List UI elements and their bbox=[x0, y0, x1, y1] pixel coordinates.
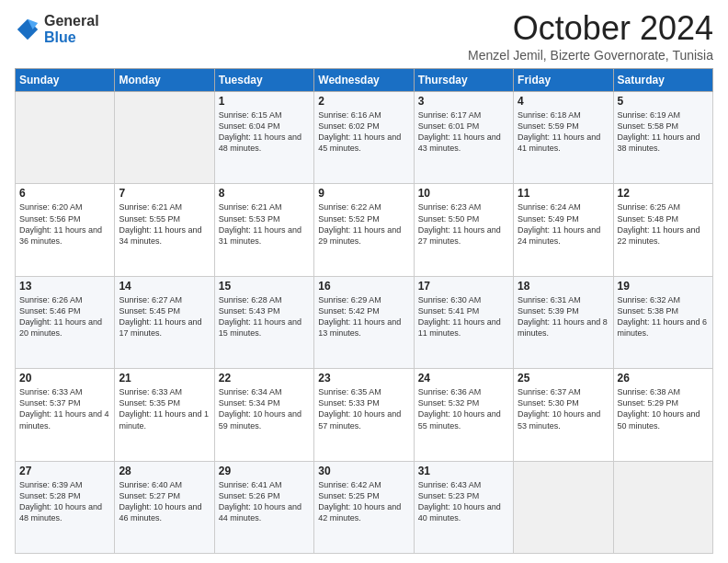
day-number: 24 bbox=[418, 372, 509, 385]
logo: General Blue bbox=[15, 13, 99, 45]
day-info: Sunrise: 6:15 AM Sunset: 6:04 PM Dayligh… bbox=[219, 109, 310, 155]
calendar-cell: 21Sunrise: 6:33 AM Sunset: 5:35 PM Dayli… bbox=[115, 369, 214, 461]
day-info: Sunrise: 6:29 AM Sunset: 5:42 PM Dayligh… bbox=[318, 294, 409, 339]
day-info: Sunrise: 6:32 AM Sunset: 5:38 PM Dayligh… bbox=[618, 294, 709, 339]
day-info: Sunrise: 6:21 AM Sunset: 5:55 PM Dayligh… bbox=[119, 201, 210, 247]
day-number: 23 bbox=[318, 372, 409, 385]
calendar-cell: 5Sunrise: 6:19 AM Sunset: 5:58 PM Daylig… bbox=[613, 92, 712, 184]
day-number: 12 bbox=[618, 187, 709, 200]
day-number: 16 bbox=[318, 280, 409, 293]
calendar-cell: 15Sunrise: 6:28 AM Sunset: 5:43 PM Dayli… bbox=[214, 276, 313, 368]
day-info: Sunrise: 6:42 AM Sunset: 5:25 PM Dayligh… bbox=[318, 479, 409, 524]
calendar-cell: 12Sunrise: 6:25 AM Sunset: 5:48 PM Dayli… bbox=[613, 184, 712, 276]
col-monday: Monday bbox=[115, 69, 214, 92]
calendar-cell: 26Sunrise: 6:38 AM Sunset: 5:29 PM Dayli… bbox=[613, 369, 712, 461]
month-title: October 2024 bbox=[468, 9, 713, 48]
day-info: Sunrise: 6:40 AM Sunset: 5:27 PM Dayligh… bbox=[119, 479, 210, 524]
day-info: Sunrise: 6:43 AM Sunset: 5:23 PM Dayligh… bbox=[418, 479, 509, 524]
day-number: 2 bbox=[318, 95, 409, 108]
calendar-cell: 3Sunrise: 6:17 AM Sunset: 6:01 PM Daylig… bbox=[414, 92, 513, 184]
day-info: Sunrise: 6:33 AM Sunset: 5:37 PM Dayligh… bbox=[19, 386, 110, 431]
week-row-4: 20Sunrise: 6:33 AM Sunset: 5:37 PM Dayli… bbox=[16, 369, 713, 461]
col-saturday: Saturday bbox=[613, 69, 712, 92]
title-section: October 2024 Menzel Jemil, Bizerte Gover… bbox=[468, 9, 713, 63]
calendar-cell: 29Sunrise: 6:41 AM Sunset: 5:26 PM Dayli… bbox=[214, 461, 313, 553]
week-row-2: 6Sunrise: 6:20 AM Sunset: 5:56 PM Daylig… bbox=[16, 184, 713, 276]
day-number: 7 bbox=[119, 187, 210, 200]
day-info: Sunrise: 6:17 AM Sunset: 6:01 PM Dayligh… bbox=[418, 109, 509, 155]
day-number: 13 bbox=[19, 280, 110, 293]
day-info: Sunrise: 6:21 AM Sunset: 5:53 PM Dayligh… bbox=[219, 201, 310, 247]
calendar-cell: 23Sunrise: 6:35 AM Sunset: 5:33 PM Dayli… bbox=[314, 369, 414, 461]
calendar-cell: 16Sunrise: 6:29 AM Sunset: 5:42 PM Dayli… bbox=[314, 276, 414, 368]
logo-icon bbox=[15, 17, 40, 42]
logo-blue-text: Blue bbox=[44, 29, 99, 46]
header-row: Sunday Monday Tuesday Wednesday Thursday… bbox=[16, 69, 713, 92]
day-number: 1 bbox=[219, 95, 310, 108]
calendar-cell: 22Sunrise: 6:34 AM Sunset: 5:34 PM Dayli… bbox=[214, 369, 313, 461]
day-info: Sunrise: 6:19 AM Sunset: 5:58 PM Dayligh… bbox=[618, 109, 709, 155]
calendar-cell: 27Sunrise: 6:39 AM Sunset: 5:28 PM Dayli… bbox=[16, 461, 115, 553]
calendar-cell bbox=[115, 92, 214, 184]
day-info: Sunrise: 6:34 AM Sunset: 5:34 PM Dayligh… bbox=[219, 386, 310, 431]
page-header: General Blue October 2024 Menzel Jemil, … bbox=[15, 9, 713, 63]
col-thursday: Thursday bbox=[414, 69, 513, 92]
day-info: Sunrise: 6:41 AM Sunset: 5:26 PM Dayligh… bbox=[219, 479, 310, 524]
col-friday: Friday bbox=[514, 69, 613, 92]
day-number: 18 bbox=[518, 280, 609, 293]
week-row-5: 27Sunrise: 6:39 AM Sunset: 5:28 PM Dayli… bbox=[16, 461, 713, 553]
logo-general-text: General bbox=[44, 13, 99, 29]
day-info: Sunrise: 6:26 AM Sunset: 5:46 PM Dayligh… bbox=[19, 294, 110, 339]
calendar-cell: 28Sunrise: 6:40 AM Sunset: 5:27 PM Dayli… bbox=[115, 461, 214, 553]
col-tuesday: Tuesday bbox=[214, 69, 313, 92]
day-info: Sunrise: 6:35 AM Sunset: 5:33 PM Dayligh… bbox=[318, 386, 409, 431]
day-info: Sunrise: 6:36 AM Sunset: 5:32 PM Dayligh… bbox=[418, 386, 509, 431]
day-number: 4 bbox=[518, 95, 609, 108]
calendar-cell: 19Sunrise: 6:32 AM Sunset: 5:38 PM Dayli… bbox=[613, 276, 712, 368]
calendar-cell: 18Sunrise: 6:31 AM Sunset: 5:39 PM Dayli… bbox=[514, 276, 613, 368]
calendar-table: Sunday Monday Tuesday Wednesday Thursday… bbox=[15, 68, 713, 554]
day-number: 20 bbox=[19, 372, 110, 385]
day-number: 22 bbox=[219, 372, 310, 385]
day-number: 31 bbox=[418, 465, 509, 477]
day-number: 14 bbox=[119, 280, 210, 293]
calendar-cell: 30Sunrise: 6:42 AM Sunset: 5:25 PM Dayli… bbox=[314, 461, 414, 553]
calendar-cell: 31Sunrise: 6:43 AM Sunset: 5:23 PM Dayli… bbox=[414, 461, 513, 553]
day-number: 11 bbox=[518, 187, 609, 200]
calendar-cell: 11Sunrise: 6:24 AM Sunset: 5:49 PM Dayli… bbox=[514, 184, 613, 276]
day-number: 8 bbox=[219, 187, 310, 200]
day-info: Sunrise: 6:16 AM Sunset: 6:02 PM Dayligh… bbox=[318, 109, 409, 155]
day-number: 21 bbox=[119, 372, 210, 385]
calendar-cell bbox=[16, 92, 115, 184]
day-number: 17 bbox=[418, 280, 509, 293]
day-info: Sunrise: 6:33 AM Sunset: 5:35 PM Dayligh… bbox=[119, 386, 210, 431]
day-number: 28 bbox=[119, 465, 210, 477]
day-number: 19 bbox=[618, 280, 709, 293]
day-info: Sunrise: 6:20 AM Sunset: 5:56 PM Dayligh… bbox=[19, 201, 110, 247]
day-info: Sunrise: 6:28 AM Sunset: 5:43 PM Dayligh… bbox=[219, 294, 310, 339]
week-row-3: 13Sunrise: 6:26 AM Sunset: 5:46 PM Dayli… bbox=[16, 276, 713, 368]
day-number: 26 bbox=[618, 372, 709, 385]
calendar-cell: 10Sunrise: 6:23 AM Sunset: 5:50 PM Dayli… bbox=[414, 184, 513, 276]
day-info: Sunrise: 6:30 AM Sunset: 5:41 PM Dayligh… bbox=[418, 294, 509, 339]
calendar-cell: 2Sunrise: 6:16 AM Sunset: 6:02 PM Daylig… bbox=[314, 92, 414, 184]
day-info: Sunrise: 6:25 AM Sunset: 5:48 PM Dayligh… bbox=[618, 201, 709, 247]
calendar-cell: 24Sunrise: 6:36 AM Sunset: 5:32 PM Dayli… bbox=[414, 369, 513, 461]
day-number: 30 bbox=[318, 465, 409, 477]
day-number: 9 bbox=[318, 187, 409, 200]
calendar-cell: 4Sunrise: 6:18 AM Sunset: 5:59 PM Daylig… bbox=[514, 92, 613, 184]
day-number: 15 bbox=[219, 280, 310, 293]
day-number: 25 bbox=[518, 372, 609, 385]
day-info: Sunrise: 6:31 AM Sunset: 5:39 PM Dayligh… bbox=[518, 294, 609, 339]
calendar-cell: 13Sunrise: 6:26 AM Sunset: 5:46 PM Dayli… bbox=[16, 276, 115, 368]
calendar-cell: 8Sunrise: 6:21 AM Sunset: 5:53 PM Daylig… bbox=[214, 184, 313, 276]
col-sunday: Sunday bbox=[16, 69, 115, 92]
calendar-cell: 7Sunrise: 6:21 AM Sunset: 5:55 PM Daylig… bbox=[115, 184, 214, 276]
day-info: Sunrise: 6:39 AM Sunset: 5:28 PM Dayligh… bbox=[19, 479, 110, 524]
day-number: 10 bbox=[418, 187, 509, 200]
day-number: 29 bbox=[219, 465, 310, 477]
calendar-cell: 1Sunrise: 6:15 AM Sunset: 6:04 PM Daylig… bbox=[214, 92, 313, 184]
day-info: Sunrise: 6:24 AM Sunset: 5:49 PM Dayligh… bbox=[518, 201, 609, 247]
calendar-cell: 9Sunrise: 6:22 AM Sunset: 5:52 PM Daylig… bbox=[314, 184, 414, 276]
day-number: 3 bbox=[418, 95, 509, 108]
